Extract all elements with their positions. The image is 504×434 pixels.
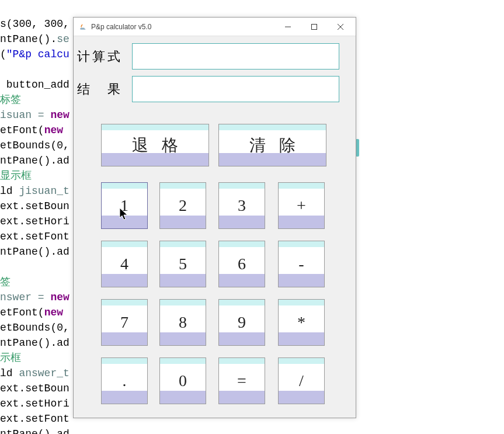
- minimize-button[interactable]: [274, 18, 301, 36]
- titlebar[interactable]: P&p calculator v5.0: [74, 18, 356, 36]
- mouse-cursor-icon: [119, 207, 130, 221]
- digit-3-button[interactable]: 3: [218, 182, 265, 229]
- multiply-button[interactable]: *: [278, 299, 325, 346]
- backspace-button[interactable]: 退 格: [101, 124, 209, 166]
- digit-7-button[interactable]: 7: [101, 299, 148, 346]
- calculator-window: P&p calculator v5.0 计算式 结 果 退 格 清 除 1 2 …: [73, 17, 356, 418]
- clear-button[interactable]: 清 除: [218, 124, 326, 166]
- digit-5-button[interactable]: 5: [159, 241, 206, 287]
- digit-8-button[interactable]: 8: [159, 299, 206, 346]
- minus-button[interactable]: -: [278, 241, 325, 287]
- decimal-button[interactable]: .: [101, 357, 148, 404]
- divide-button[interactable]: /: [278, 357, 325, 404]
- expression-field[interactable]: [132, 43, 339, 70]
- expression-label: 计算式: [77, 48, 123, 65]
- digit-9-button[interactable]: 9: [218, 299, 265, 346]
- svg-rect-1: [311, 24, 317, 29]
- client-area: 计算式 结 果 退 格 清 除 1 2 3 + 4 5 6 - 7 8 9 * …: [74, 36, 356, 418]
- digit-2-button[interactable]: 2: [159, 182, 206, 229]
- digit-6-button[interactable]: 6: [218, 241, 265, 287]
- digit-0-button[interactable]: 0: [159, 357, 206, 404]
- maximize-button[interactable]: [301, 18, 327, 36]
- window-title: P&p calculator v5.0: [91, 23, 274, 31]
- window-controls: [274, 18, 353, 36]
- result-label: 结 果: [77, 81, 123, 98]
- close-button[interactable]: [327, 18, 353, 36]
- result-field[interactable]: [132, 76, 339, 102]
- digit-1-button[interactable]: 1: [101, 182, 148, 229]
- digit-4-button[interactable]: 4: [101, 241, 148, 287]
- java-icon: [78, 22, 88, 32]
- equals-button[interactable]: =: [218, 357, 265, 404]
- plus-button[interactable]: +: [278, 182, 325, 229]
